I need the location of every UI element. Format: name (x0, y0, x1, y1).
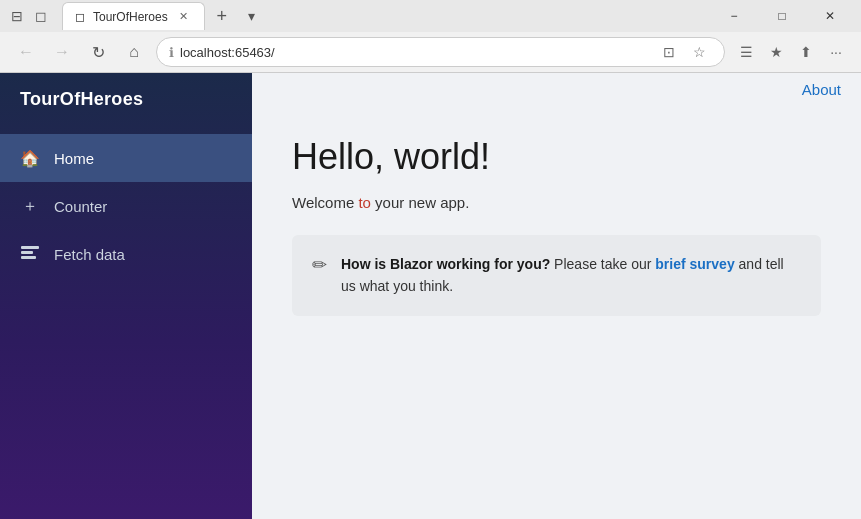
sidebar-item-counter[interactable]: ＋ Counter (0, 182, 252, 230)
home-icon: 🏠 (20, 148, 40, 168)
toolbar-actions: ☰ ★ ⬆ ··· (733, 39, 849, 65)
tab-title: TourOfHeroes (93, 10, 168, 24)
svg-rect-0 (21, 246, 39, 249)
browser-titlebar: ⊟ ◻ ◻ TourOfHeroes ✕ + ▾ − □ ✕ (0, 0, 861, 32)
main-content: About Hello, world! Welcome to your new … (252, 73, 861, 519)
minimize-button[interactable]: − (711, 0, 757, 32)
sidebar-app-title: TourOfHeroes (0, 73, 252, 126)
page-heading: Hello, world! (292, 136, 821, 178)
welcome-after: your new app. (371, 194, 469, 211)
browser-icon-1: ⊟ (8, 7, 26, 25)
fetch-data-icon (20, 244, 40, 264)
maximize-button[interactable]: □ (759, 0, 805, 32)
browser-chrome: ⊟ ◻ ◻ TourOfHeroes ✕ + ▾ − □ ✕ ← → ↻ ⌂ ℹ… (0, 0, 861, 73)
tab-list-button[interactable]: ▾ (239, 3, 265, 29)
browser-icon-2: ◻ (32, 7, 50, 25)
sidebar-item-counter-label: Counter (54, 198, 107, 215)
welcome-highlight: to (358, 194, 371, 211)
welcome-before: Welcome (292, 194, 358, 211)
new-tab-button[interactable]: + (209, 3, 235, 29)
tab-favicon: ◻ (75, 10, 85, 24)
survey-link[interactable]: brief survey (655, 256, 734, 272)
address-bar: ← → ↻ ⌂ ℹ localhost:65463/ ⊡ ☆ ☰ ★ ⬆ ··· (0, 32, 861, 72)
back-button[interactable]: ← (12, 38, 40, 66)
counter-icon: ＋ (20, 196, 40, 216)
favorites-button[interactable]: ★ (763, 39, 789, 65)
refresh-button[interactable]: ↻ (84, 38, 112, 66)
window-controls: − □ ✕ (711, 0, 853, 32)
tab-close-button[interactable]: ✕ (176, 9, 192, 25)
survey-text-before: Please take our (550, 256, 655, 272)
sidebar-item-fetch-data-label: Fetch data (54, 246, 125, 263)
security-icon: ℹ (169, 45, 174, 60)
home-button[interactable]: ⌂ (120, 38, 148, 66)
survey-heading: How is Blazor working for you? (341, 256, 550, 272)
nav-items: 🏠 Home ＋ Counter Fetch data (0, 134, 252, 278)
about-link[interactable]: About (802, 81, 841, 98)
browser-system-icons: ⊟ ◻ (8, 7, 50, 25)
welcome-text: Welcome to your new app. (292, 194, 821, 211)
forward-button[interactable]: → (48, 38, 76, 66)
pencil-icon: ✏ (312, 254, 327, 276)
more-button[interactable]: ··· (823, 39, 849, 65)
app-container: TourOfHeroes 🏠 Home ＋ Counter Fetch data (0, 73, 861, 519)
svg-rect-1 (21, 251, 33, 254)
reading-list-button[interactable]: ☰ (733, 39, 759, 65)
address-actions: ⊡ ☆ (656, 39, 712, 65)
url-text: localhost:65463/ (180, 45, 650, 60)
top-bar: About (252, 73, 861, 106)
sidebar-item-home-label: Home (54, 150, 94, 167)
sidebar-item-home[interactable]: 🏠 Home (0, 134, 252, 182)
reader-mode-button[interactable]: ⊡ (656, 39, 682, 65)
browser-tab-active[interactable]: ◻ TourOfHeroes ✕ (62, 2, 205, 30)
survey-box: ✏ How is Blazor working for you? Please … (292, 235, 821, 316)
close-button[interactable]: ✕ (807, 0, 853, 32)
content-area: Hello, world! Welcome to your new app. ✏… (252, 106, 861, 519)
share-button[interactable]: ⬆ (793, 39, 819, 65)
survey-text: How is Blazor working for you? Please ta… (341, 253, 801, 298)
address-input[interactable]: ℹ localhost:65463/ ⊡ ☆ (156, 37, 725, 67)
sidebar-item-fetch-data[interactable]: Fetch data (0, 230, 252, 278)
sidebar: TourOfHeroes 🏠 Home ＋ Counter Fetch data (0, 73, 252, 519)
svg-rect-2 (21, 256, 36, 259)
bookmark-button[interactable]: ☆ (686, 39, 712, 65)
